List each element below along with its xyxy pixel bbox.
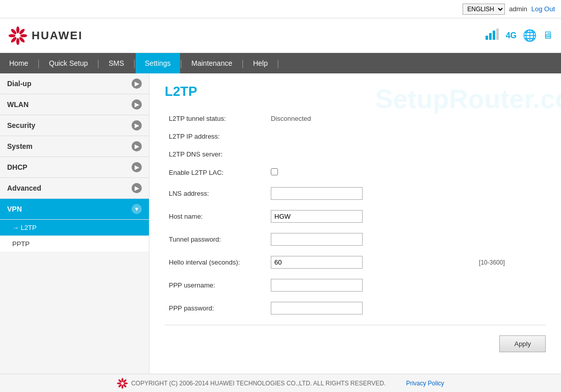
logo-bar: HUAWEI 4G 🌐 🖥	[0, 18, 561, 53]
field-host-name: Host name:	[165, 205, 546, 228]
content-area: SetupRouter.co L2TP L2TP tunnel status: …	[149, 73, 561, 374]
enable-lac-checkbox[interactable]	[271, 168, 278, 175]
field-tunnel-status: L2TP tunnel status: Disconnected	[165, 110, 546, 127]
host-name-input[interactable]	[271, 210, 363, 223]
label-dns-server: L2TP DNS server:	[165, 145, 267, 163]
field-ppp-password: PPP password:	[165, 297, 546, 320]
svg-point-16	[121, 384, 123, 388]
sidebar-arrow-dialup: ▶	[132, 79, 142, 89]
sidebar-label-dialup: Dial-up	[7, 80, 31, 88]
sidebar-arrow-security: ▶	[132, 120, 142, 130]
svg-point-17	[118, 383, 122, 387]
label-host-name: Host name:	[165, 205, 267, 228]
button-row: Apply	[165, 330, 546, 357]
sidebar-arrow-system: ▶	[132, 141, 142, 151]
huawei-logo-icon	[8, 26, 28, 45]
svg-rect-9	[489, 33, 492, 40]
tunnel-password-input[interactable]	[271, 233, 363, 246]
svg-point-7	[10, 28, 17, 35]
lns-address-input[interactable]	[271, 187, 363, 200]
field-ppp-username: PPP username:	[165, 274, 546, 297]
huawei-logo: HUAWEI	[8, 26, 83, 45]
language-select[interactable]: ENGLISH	[463, 4, 505, 15]
svg-point-3	[18, 36, 26, 43]
svg-point-5	[10, 36, 17, 43]
nav-settings[interactable]: Settings	[136, 53, 180, 73]
sidebar-arrow-advanced: ▶	[132, 183, 142, 193]
label-ppp-password: PPP password:	[165, 297, 267, 320]
label-hello-interval: Hello interval (seconds):	[165, 251, 267, 274]
field-enable-lac: Enable L2TP LAC:	[165, 163, 546, 182]
svg-point-15	[123, 383, 127, 387]
svg-point-19	[118, 379, 122, 383]
apply-button[interactable]: Apply	[499, 335, 546, 352]
logout-button[interactable]: Log Out	[531, 5, 555, 13]
footer-copyright: COPYRIGHT (C) 2006-2014 HUAWEI TECHNOLOG…	[117, 378, 386, 389]
label-enable-lac: Enable L2TP LAC:	[165, 163, 267, 182]
status-icons: 4G 🌐 🖥	[486, 29, 553, 42]
vpn-submenu: L2TP PPTP	[0, 220, 149, 252]
svg-rect-10	[493, 31, 495, 40]
sidebar-item-dhcp[interactable]: DHCP ▶	[0, 157, 149, 178]
nav-maintenance[interactable]: Maintenance	[182, 53, 241, 73]
sidebar-item-system[interactable]: System ▶	[0, 136, 149, 157]
value-dns-server	[267, 145, 475, 163]
copyright-text: COPYRIGHT (C) 2006-2014 HUAWEI TECHNOLOG…	[131, 380, 386, 387]
svg-point-1	[18, 28, 26, 35]
svg-point-6	[9, 34, 16, 37]
svg-point-14	[124, 382, 128, 384]
value-tunnel-status: Disconnected	[267, 110, 475, 127]
sidebar-label-dhcp: DHCP	[7, 163, 28, 171]
nav-help[interactable]: Help	[244, 53, 277, 73]
ppp-username-input[interactable]	[271, 279, 363, 292]
signal-icon	[486, 29, 500, 42]
top-bar-right: ENGLISH admin Log Out	[463, 4, 555, 15]
sidebar-item-dialup[interactable]: Dial-up ▶	[0, 73, 149, 94]
sidebar-label-system: System	[7, 142, 33, 150]
label-tunnel-status: L2TP tunnel status:	[165, 110, 267, 127]
label-tunnel-password: Tunnel password:	[165, 228, 267, 251]
sidebar-item-vpn[interactable]: VPN ▼	[0, 199, 149, 220]
field-tunnel-password: Tunnel password:	[165, 228, 546, 251]
sidebar-label-security: Security	[7, 121, 35, 129]
svg-point-4	[16, 38, 19, 45]
sidebar-item-advanced[interactable]: Advanced ▶	[0, 178, 149, 199]
network-type-label: 4G	[506, 31, 517, 40]
username-label: admin	[509, 5, 527, 13]
footer: COPYRIGHT (C) 2006-2014 HUAWEI TECHNOLOG…	[0, 374, 561, 392]
label-ip-address: L2TP IP address:	[165, 127, 267, 145]
sidebar-arrow-vpn: ▼	[132, 204, 142, 214]
sidebar-arrow-wlan: ▶	[132, 99, 142, 110]
nav-quick-setup[interactable]: Quick Setup	[40, 53, 97, 73]
field-lns-address: LNS address:	[165, 182, 546, 205]
ppp-password-input[interactable]	[271, 302, 363, 315]
sidebar-sub-pptp[interactable]: PPTP	[0, 236, 149, 252]
sidebar-item-wlan[interactable]: WLAN ▶	[0, 94, 149, 115]
svg-point-0	[16, 26, 19, 33]
brand-name: HUAWEI	[32, 29, 83, 42]
sidebar-sub-l2tp[interactable]: L2TP	[0, 220, 149, 236]
main-layout: Dial-up ▶ WLAN ▶ Security ▶ System ▶ DHC…	[0, 73, 561, 374]
svg-point-18	[117, 382, 121, 384]
svg-rect-11	[496, 29, 499, 40]
field-ip-address: L2TP IP address:	[165, 127, 546, 145]
sidebar-arrow-dhcp: ▶	[132, 162, 142, 172]
svg-point-2	[20, 34, 28, 37]
privacy-policy-link[interactable]: Privacy Policy	[406, 380, 444, 387]
logo-area: HUAWEI	[8, 26, 83, 45]
globe-icon: 🌐	[523, 29, 537, 42]
field-hello-interval: Hello interval (seconds): [10-3600]	[165, 251, 546, 274]
top-bar: ENGLISH admin Log Out	[0, 0, 561, 18]
label-ppp-username: PPP username:	[165, 274, 267, 297]
nav-home[interactable]: Home	[0, 53, 37, 73]
sidebar-label-vpn: VPN	[7, 205, 22, 213]
nav-sep-6: |	[277, 53, 279, 73]
nav-sms[interactable]: SMS	[99, 53, 133, 73]
monitor-icon: 🖥	[543, 30, 553, 41]
sidebar-item-security[interactable]: Security ▶	[0, 115, 149, 136]
nav-bar: Home | Quick Setup | SMS | Settings | Ma…	[0, 53, 561, 73]
value-ip-address	[267, 127, 475, 145]
hello-interval-input[interactable]	[271, 256, 363, 269]
svg-point-12	[121, 378, 123, 382]
hello-interval-hint: [10-3600]	[475, 251, 546, 274]
